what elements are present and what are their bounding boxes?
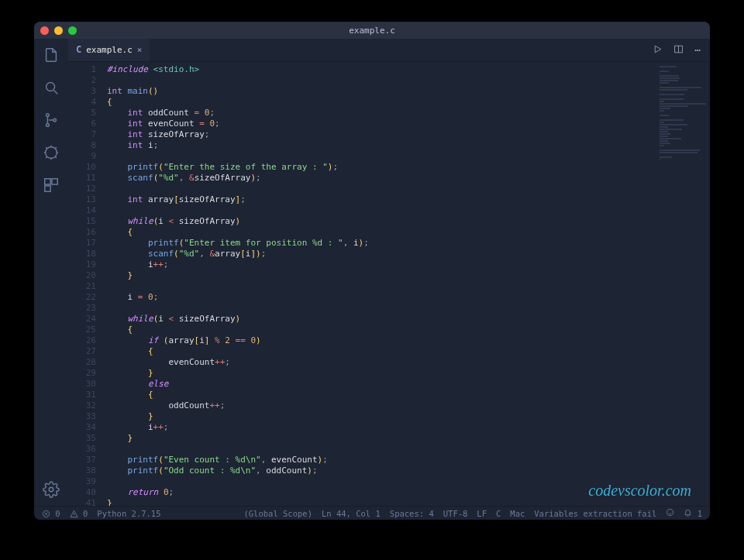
line-number: 4 xyxy=(68,97,96,108)
line-number: 24 xyxy=(68,314,96,325)
code-line: printf("Enter the size of the array : ")… xyxy=(107,162,710,173)
code-line xyxy=(107,184,710,194)
editor-window: example.c C xyxy=(34,22,710,520)
line-number: 39 xyxy=(68,476,96,487)
svg-rect-5 xyxy=(45,179,50,184)
tab-example-c[interactable]: C example.c × xyxy=(68,39,150,61)
line-number: 30 xyxy=(68,379,96,390)
svg-point-2 xyxy=(46,124,50,127)
code-line: int oddCount = 0; xyxy=(107,108,710,119)
code-line: if (array[i] % 2 == 0) xyxy=(107,335,710,346)
line-number: 6 xyxy=(68,119,96,129)
editor-body[interactable]: 1234567891011121314151617181920212223242… xyxy=(68,62,710,506)
line-number: 7 xyxy=(68,129,96,140)
statusbar: 0 0 Python 2.7.15 (Global Scope) Ln 44, … xyxy=(34,506,710,520)
code-line xyxy=(107,303,710,314)
code-line: int evenCount = 0; xyxy=(107,119,710,129)
code-line: evenCount++; xyxy=(107,357,710,368)
code-line: int main() xyxy=(107,86,710,97)
line-number: 22 xyxy=(68,292,96,303)
status-feedback-icon[interactable] xyxy=(666,508,674,518)
svg-point-8 xyxy=(49,487,53,492)
line-number: 34 xyxy=(68,422,96,433)
status-bell-icon[interactable]: 1 xyxy=(684,508,702,518)
line-number: 10 xyxy=(68,162,96,173)
code-line: { xyxy=(107,97,710,108)
status-extract[interactable]: Variables extraction fail xyxy=(534,509,656,518)
minimize-window-button[interactable] xyxy=(54,26,63,35)
line-number: 9 xyxy=(68,151,96,162)
line-number: 32 xyxy=(68,400,96,411)
svg-point-0 xyxy=(46,83,55,91)
code-line: while(i < sizeOfArray) xyxy=(107,314,710,325)
line-number: 20 xyxy=(68,270,96,281)
close-window-button[interactable] xyxy=(40,26,49,35)
code-line: { xyxy=(107,390,710,400)
code-line: while(i < sizeOfArray) xyxy=(107,216,710,227)
maximize-window-button[interactable] xyxy=(68,26,77,35)
activity-bar xyxy=(34,39,68,506)
line-number: 14 xyxy=(68,205,96,216)
line-number: 21 xyxy=(68,281,96,292)
line-number: 40 xyxy=(68,487,96,498)
status-spaces[interactable]: Spaces: 4 xyxy=(390,509,434,518)
tab-bar: C example.c × ⋯ xyxy=(68,39,710,62)
code-line xyxy=(107,75,710,86)
source-control-icon[interactable] xyxy=(43,112,60,129)
search-icon[interactable] xyxy=(43,79,60,96)
line-number: 5 xyxy=(68,108,96,119)
code-line xyxy=(107,205,710,216)
settings-icon[interactable] xyxy=(43,481,60,498)
status-os[interactable]: Mac xyxy=(510,509,525,518)
run-icon[interactable] xyxy=(653,44,663,57)
code-line xyxy=(107,476,710,487)
status-lang[interactable]: C xyxy=(496,509,501,518)
code-line xyxy=(107,151,710,162)
status-cursor[interactable]: Ln 44, Col 1 xyxy=(322,509,381,518)
explorer-icon[interactable] xyxy=(43,46,60,64)
titlebar: example.c xyxy=(34,22,710,39)
split-editor-icon[interactable] xyxy=(673,44,684,57)
status-warnings[interactable]: 0 xyxy=(70,509,88,518)
line-number: 37 xyxy=(68,455,96,466)
code-line: return 0; xyxy=(107,487,710,498)
code-line: int sizeOfArray; xyxy=(107,129,710,140)
code-line: printf("Enter item for position %d : ", … xyxy=(107,238,710,249)
line-number: 25 xyxy=(68,325,96,335)
status-scope[interactable]: (Global Scope) xyxy=(243,509,312,518)
code-line: scanf("%d", &sizeOfArray); xyxy=(107,173,710,184)
line-number: 38 xyxy=(68,466,96,476)
code-line: printf("Odd count : %d\n", oddCount); xyxy=(107,466,710,476)
window-title: example.c xyxy=(349,26,395,36)
close-tab-icon[interactable]: × xyxy=(137,45,143,55)
status-errors[interactable]: 0 xyxy=(42,509,60,518)
editor-region: C example.c × ⋯ 123456789101112131415161… xyxy=(68,39,710,506)
line-number: 26 xyxy=(68,335,96,346)
code-area[interactable]: #include <stdio.h>int main(){ int oddCou… xyxy=(107,62,710,506)
line-number: 29 xyxy=(68,368,96,379)
code-line xyxy=(107,281,710,292)
line-number: 27 xyxy=(68,346,96,357)
code-line: } xyxy=(107,270,710,281)
status-encoding[interactable]: UTF-8 xyxy=(443,509,468,518)
c-lang-icon: C xyxy=(76,44,81,55)
svg-point-4 xyxy=(46,147,57,159)
extensions-icon[interactable] xyxy=(43,177,60,194)
code-line: { xyxy=(107,325,710,335)
line-number: 8 xyxy=(68,140,96,151)
code-line: #include <stdio.h> xyxy=(107,64,710,75)
code-line: } xyxy=(107,498,710,506)
status-eol[interactable]: LF xyxy=(477,509,487,518)
code-line: { xyxy=(107,346,710,357)
code-line: int i; xyxy=(107,140,710,151)
code-line: else xyxy=(107,379,710,390)
status-python-version[interactable]: Python 2.7.15 xyxy=(97,509,160,518)
code-line: int array[sizeOfArray]; xyxy=(107,194,710,205)
line-number: 2 xyxy=(68,75,96,86)
code-line: } xyxy=(107,411,710,422)
debug-icon[interactable] xyxy=(43,144,60,161)
more-actions-icon[interactable]: ⋯ xyxy=(694,44,701,56)
line-number: 13 xyxy=(68,194,96,205)
traffic-lights xyxy=(40,26,77,35)
svg-point-11 xyxy=(667,509,673,515)
